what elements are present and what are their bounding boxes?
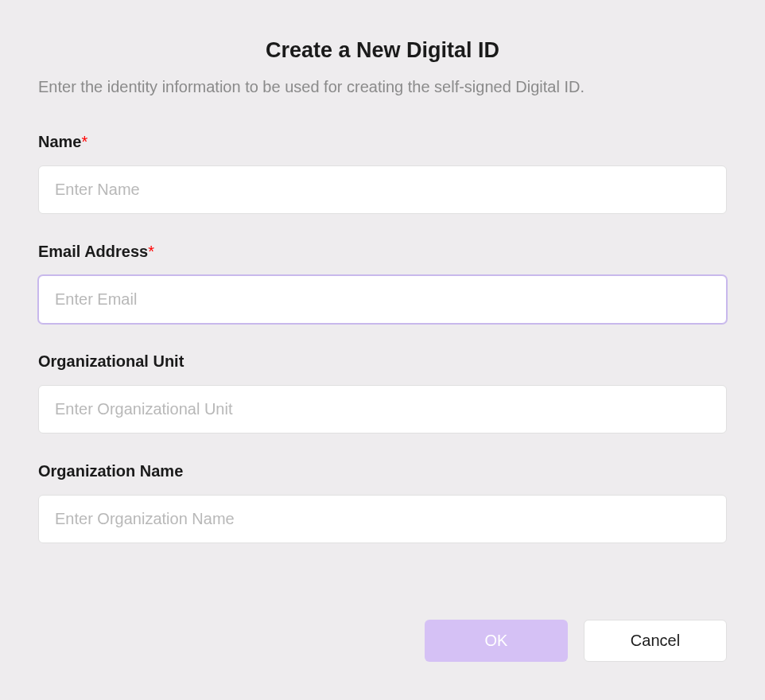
ok-button[interactable]: OK [425,620,568,662]
email-label: Email Address* [38,243,727,261]
name-required-indicator: * [81,133,87,150]
dialog-buttons: OK Cancel [425,620,727,662]
email-field-group: Email Address* [38,243,727,324]
cancel-button[interactable]: Cancel [584,620,727,662]
name-field-group: Name* [38,133,727,214]
email-required-indicator: * [148,243,154,260]
org-unit-label: Organizational Unit [38,352,727,371]
name-label: Name* [38,133,727,151]
org-name-input[interactable] [38,495,727,543]
org-unit-field-group: Organizational Unit [38,352,727,434]
dialog-subtitle: Enter the identity information to be use… [38,76,727,98]
org-unit-input[interactable] [38,385,727,434]
create-digital-id-dialog: Create a New Digital ID Enter the identi… [0,0,765,700]
email-label-text: Email Address [38,243,148,260]
email-input[interactable] [38,275,727,324]
org-name-field-group: Organization Name [38,462,727,543]
org-name-label: Organization Name [38,462,727,480]
name-input[interactable] [38,165,727,214]
dialog-title: Create a New Digital ID [38,38,727,63]
name-label-text: Name [38,133,81,150]
